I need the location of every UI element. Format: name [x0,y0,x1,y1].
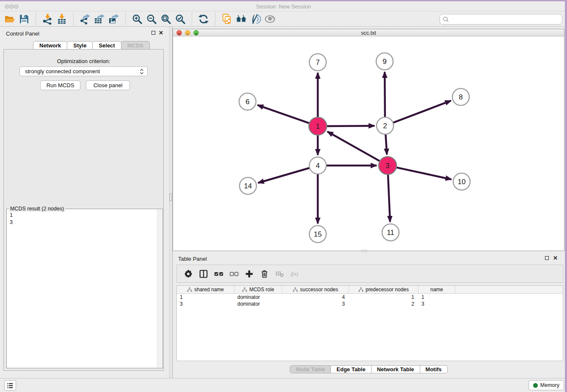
graphics-details-icon[interactable] [248,12,263,26]
mcds-result-list[interactable]: 1 3 [7,209,162,226]
delete-columns-icon[interactable] [258,268,271,280]
graph-node-3[interactable]: 3 [379,157,396,174]
graph-node-14[interactable]: 14 [239,177,256,194]
scrollbar[interactable] [157,210,162,367]
table-cell: dominator [234,301,282,307]
birds-eye-view-icon [263,12,277,26]
open-session-icon[interactable] [3,12,17,26]
status-bar: Memory [0,378,567,392]
graph-node-6[interactable]: 6 [239,93,256,110]
list-icon [6,381,14,390]
tab-motifs[interactable]: Motifs [420,365,448,373]
graph-edge-4-14[interactable] [258,167,311,183]
network-window-titlebar[interactable]: scc.txt [173,29,564,36]
tab-edge-table[interactable]: Edge Table [330,365,371,373]
graph-node-10[interactable]: 10 [453,173,470,190]
delete-table-icon [273,268,286,280]
svg-text:14: 14 [244,182,252,190]
close-table-panel-icon[interactable]: ✕ [553,256,558,261]
tab-mcds[interactable]: MCDS [121,41,150,50]
tab-network[interactable]: Network [33,41,67,50]
svg-text:9: 9 [383,58,386,66]
network-view-window: scc.txt 7968124314101511 [173,29,564,251]
show-columns-icon[interactable] [197,268,210,280]
table-panel: Table Panel ✕ f(x) shared nameMCDS roles… [173,252,564,376]
save-session-icon[interactable] [17,12,31,26]
graph-edge-2-9[interactable] [385,72,385,119]
table-cell: 1 [418,294,455,301]
column-header-successor-nodes[interactable]: successor nodes [282,286,349,293]
svg-text:10: 10 [458,178,466,186]
graph-node-4[interactable]: 4 [309,157,326,174]
svg-text:7: 7 [316,58,319,66]
add-column-icon[interactable] [243,268,256,280]
table-row[interactable]: 3dominator323 [177,301,563,307]
column-header-name[interactable]: name [418,286,455,293]
column-label: MCDS role [249,287,274,293]
toolbar-separator [215,13,215,25]
graph-node-9[interactable]: 9 [376,53,393,70]
column-header-predecessor-nodes[interactable]: predecessor nodes [349,286,418,293]
import-network-icon[interactable] [40,12,55,26]
new-network-from-selection-icon[interactable] [220,12,234,26]
table-row[interactable]: 1dominator411 [177,294,563,301]
float-table-panel-icon[interactable] [545,256,549,260]
graph-edge-2-8[interactable] [391,101,451,123]
task-history-button[interactable] [4,380,16,391]
tab-select[interactable]: Select [92,41,121,50]
export-network-icon[interactable] [78,12,92,26]
table-cell: 4 [282,294,349,301]
svg-text:8: 8 [459,93,462,101]
network-canvas[interactable]: 7968124314101511 [173,37,564,251]
zoom-fit-icon[interactable] [159,12,173,26]
search-input[interactable] [450,15,562,24]
apply-layout-icon[interactable] [196,12,211,26]
window-accent-strip-right [565,0,567,392]
tab-style[interactable]: Style [67,41,93,50]
graph-edge-3-1[interactable] [328,132,382,162]
memory-status-icon [533,383,538,388]
graph-edge-1-6[interactable] [258,105,311,124]
optimization-criterion-select[interactable]: strongly connected component [19,66,148,76]
zoom-in-icon[interactable] [130,12,144,26]
export-table-icon[interactable] [92,12,107,26]
deselect-all-columns-icon[interactable] [228,268,240,280]
toolbar-separator [73,13,74,25]
graph-node-1[interactable]: 1 [309,117,327,135]
graph-node-15[interactable]: 15 [309,226,326,243]
graph-node-2[interactable]: 2 [377,117,394,134]
chevron-updown-icon [140,68,144,75]
graph-edge-2-3[interactable] [385,133,387,155]
tab-network-table[interactable]: Network Table [371,365,420,373]
table-options-icon[interactable] [182,268,195,280]
select-all-columns-icon[interactable] [212,268,225,280]
first-neighbors-icon[interactable] [234,12,248,26]
divider-handle[interactable] [170,193,172,201]
tab-node-table[interactable]: Node Table [290,365,331,373]
panel-divider-vertical[interactable] [169,27,173,378]
zoom-selected-icon[interactable] [173,12,187,26]
column-header-mcds-role[interactable]: MCDS role [234,286,282,293]
close-panel-icon[interactable]: ✕ [159,30,163,36]
float-panel-icon[interactable] [151,31,155,35]
divider-handle-horizontal[interactable] [362,250,367,252]
network-window-title: scc.txt [173,30,564,36]
graph-edge-3-10[interactable] [395,167,451,179]
column-flow-icon [187,287,192,292]
graph-edge-1-2[interactable] [325,126,374,126]
svg-text:11: 11 [387,229,394,237]
zoom-out-icon[interactable] [144,12,159,26]
memory-button[interactable]: Memory [528,380,564,390]
import-table-icon[interactable] [55,12,69,26]
export-image-icon[interactable] [107,12,121,26]
network-graph: 7968124314101511 [173,37,564,251]
graph-node-7[interactable]: 7 [309,54,326,71]
column-header-shared-name[interactable]: shared name [177,286,234,293]
close-panel-button[interactable]: Close panel [86,80,130,90]
table-cell: 1 [177,294,234,301]
graph-edge-3-11[interactable] [388,173,390,222]
graph-node-8[interactable]: 8 [452,88,469,105]
memory-label: Memory [540,382,559,388]
graph-node-11[interactable]: 11 [382,224,399,241]
run-mcds-button[interactable]: Run MCDS [40,80,80,90]
